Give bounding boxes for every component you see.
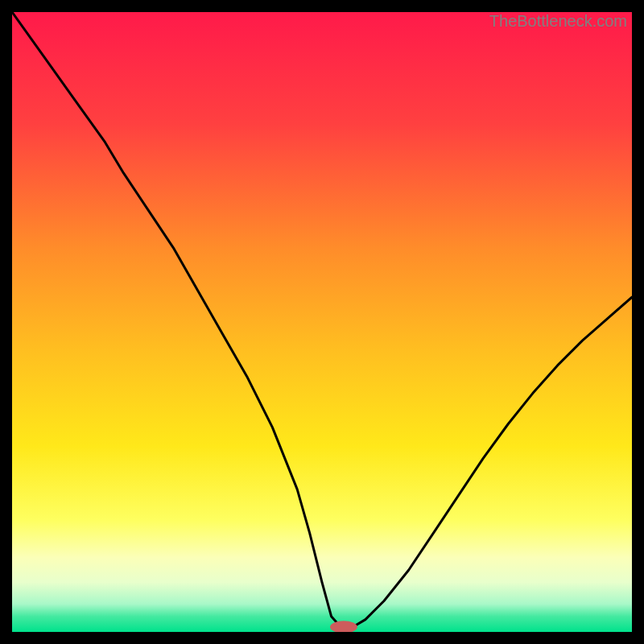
watermark-text: TheBottleneck.com xyxy=(489,12,627,31)
bottleneck-chart xyxy=(12,12,632,632)
chart-frame: TheBottleneck.com xyxy=(0,0,644,644)
gradient-background xyxy=(12,12,632,632)
plot-area: TheBottleneck.com xyxy=(12,12,632,632)
